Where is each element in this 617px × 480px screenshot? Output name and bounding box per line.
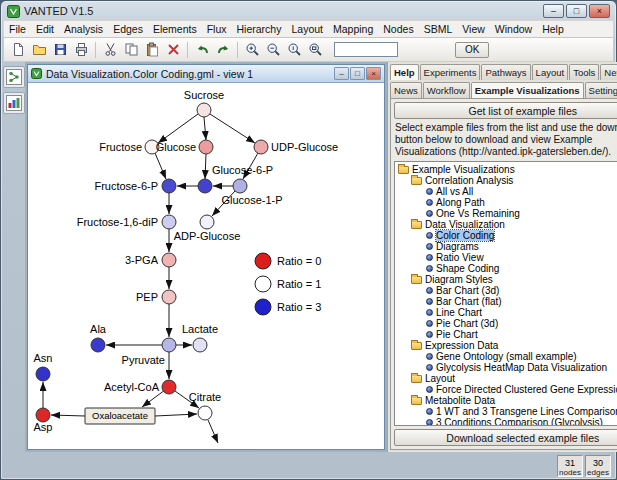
get-list-button[interactable]: Get list of example files (394, 102, 617, 119)
print-button[interactable] (71, 40, 91, 60)
graph-window-titlebar[interactable]: Data Visualization.Color Coding.gml - vi… (28, 65, 384, 83)
chart-mapping-icon[interactable] (3, 92, 25, 114)
copy-button[interactable] (121, 40, 141, 60)
tree-item[interactable]: Gene Ontology (small example) (395, 351, 617, 362)
search-input[interactable] (334, 42, 398, 57)
node-citrate[interactable] (198, 406, 212, 420)
menu-mapping[interactable]: Mapping (328, 22, 378, 36)
redo-button[interactable] (213, 40, 233, 60)
menu-sbml[interactable]: SBML (419, 22, 458, 36)
svg-text:Asp: Asp (34, 421, 53, 433)
menu-elements[interactable]: Elements (148, 22, 202, 36)
tree-item[interactable]: Diagram Styles (395, 274, 617, 285)
graph-maximize-button[interactable]: □ (350, 67, 365, 80)
tree-item[interactable]: One Vs Remaining (395, 208, 617, 219)
tree-item[interactable]: Pie Chart (395, 329, 617, 340)
node-glucose-6-p[interactable] (198, 179, 212, 193)
tab-settings[interactable]: Settings (585, 82, 617, 98)
tab-workflow[interactable]: Workflow (423, 82, 470, 98)
svg-text:Oxaloacetate: Oxaloacetate (92, 410, 148, 421)
node-fructose-6-p[interactable] (162, 179, 176, 193)
node-pep[interactable] (162, 290, 176, 304)
tree-item[interactable]: Bar Chart (3d) (395, 285, 617, 296)
tree-item[interactable]: Ratio View (395, 252, 617, 263)
tab-example-visualizations[interactable]: Example Visualizations (471, 82, 584, 98)
node-acetyl-coa[interactable] (162, 380, 176, 394)
tree-item[interactable]: Line Chart (395, 307, 617, 318)
tree-item[interactable]: Correlation Analysis (395, 175, 617, 186)
menu-nodes[interactable]: Nodes (378, 22, 418, 36)
svg-text:Acetyl-CoA: Acetyl-CoA (104, 381, 160, 393)
minimize-button[interactable]: – (543, 4, 564, 18)
tab-help[interactable]: Help (390, 64, 419, 80)
node-glucose-1-p[interactable] (233, 179, 247, 193)
tree-item[interactable]: Diagrams (395, 241, 617, 252)
menu-hierarchy[interactable]: Hierarchy (232, 22, 287, 36)
node-glucose[interactable] (199, 140, 213, 154)
svg-text:3-PGA: 3-PGA (125, 254, 159, 266)
menu-flux[interactable]: Flux (202, 22, 232, 36)
menu-edges[interactable]: Edges (108, 22, 148, 36)
tab-tools[interactable]: Tools (569, 64, 599, 80)
node-adp-glucose[interactable] (200, 215, 214, 229)
tab-news[interactable]: News (390, 82, 422, 98)
node-fructose-16-dip[interactable] (162, 215, 176, 229)
zoom-out-button[interactable] (263, 40, 283, 60)
zoom-in-button[interactable] (242, 40, 262, 60)
cut-button[interactable] (100, 40, 120, 60)
node-udp-glucose[interactable] (254, 140, 268, 154)
node-sucrose[interactable] (197, 103, 211, 117)
tree-item[interactable]: Shape Coding (395, 263, 617, 274)
menu-analysis[interactable]: Analysis (59, 22, 108, 36)
tree-item[interactable]: Pie Chart (3d) (395, 318, 617, 329)
ok-button[interactable]: OK (455, 42, 489, 58)
tree-item[interactable]: 3 Conditions Comparison (Glycolysis) (395, 417, 617, 426)
delete-button[interactable] (163, 40, 183, 60)
node-asn[interactable] (36, 367, 50, 381)
tree-item-selected[interactable]: Color Coding (395, 230, 617, 241)
tab-pathways[interactable]: Pathways (481, 64, 530, 80)
tree-item[interactable]: Along Path (395, 197, 617, 208)
tree-item[interactable]: Layout (395, 373, 617, 384)
node-lactate[interactable] (193, 338, 207, 352)
download-button[interactable]: Download selected example files (394, 429, 617, 446)
menu-help[interactable]: Help (537, 22, 569, 36)
node-asp[interactable] (36, 408, 50, 422)
toolbar: OK (3, 38, 614, 62)
tree-item[interactable]: Expression Data (395, 340, 617, 351)
open-file-button[interactable] (29, 40, 49, 60)
tree-item[interactable]: Force Directed Clustered Gene Expression… (395, 384, 617, 395)
tree-item[interactable]: Metabolite Data (395, 395, 617, 406)
menu-layout[interactable]: Layout (286, 22, 328, 36)
node-3-pga[interactable] (162, 253, 176, 267)
maximize-button[interactable]: □ (566, 4, 587, 18)
tab-layout[interactable]: Layout (532, 64, 569, 80)
tree-item[interactable]: All vs All (395, 186, 617, 197)
new-file-button[interactable] (8, 40, 28, 60)
tree-item[interactable]: Example Visualizations (395, 164, 617, 175)
tab-network[interactable]: Network (600, 64, 617, 80)
node-ala[interactable] (91, 338, 105, 352)
tree-item[interactable]: Data Visualization (395, 219, 617, 230)
tree-item[interactable]: Bar Chart (flat) (395, 296, 617, 307)
save-button[interactable] (50, 40, 70, 60)
undo-button[interactable] (192, 40, 212, 60)
menu-window[interactable]: Window (490, 22, 537, 36)
tree-item[interactable]: Glycolysis HeatMap Data Visualization (395, 362, 617, 373)
paste-button[interactable] (142, 40, 162, 60)
svg-text:Pyruvate: Pyruvate (122, 354, 165, 366)
graph-close-button[interactable]: × (366, 67, 381, 80)
zoom-actual-button[interactable] (284, 40, 304, 60)
graph-minimize-button[interactable]: – (334, 67, 349, 80)
menu-edit[interactable]: Edit (31, 22, 59, 36)
pathway-view-icon[interactable] (3, 66, 25, 88)
tab-experiments[interactable]: Experiments (420, 64, 481, 80)
titlebar[interactable]: VANTED V1.5 – □ × (1, 1, 616, 20)
zoom-fit-button[interactable] (305, 40, 325, 60)
close-button[interactable]: × (589, 4, 610, 18)
tree-item[interactable]: 1 WT and 3 Transgene Lines Comparison (395, 406, 617, 417)
graph-canvas[interactable]: Sucrose Fructose Glucose UDP-Glucose Fru… (28, 83, 384, 449)
node-pyruvate[interactable] (162, 338, 176, 352)
menu-file[interactable]: File (4, 22, 31, 36)
menu-view[interactable]: View (457, 22, 490, 36)
